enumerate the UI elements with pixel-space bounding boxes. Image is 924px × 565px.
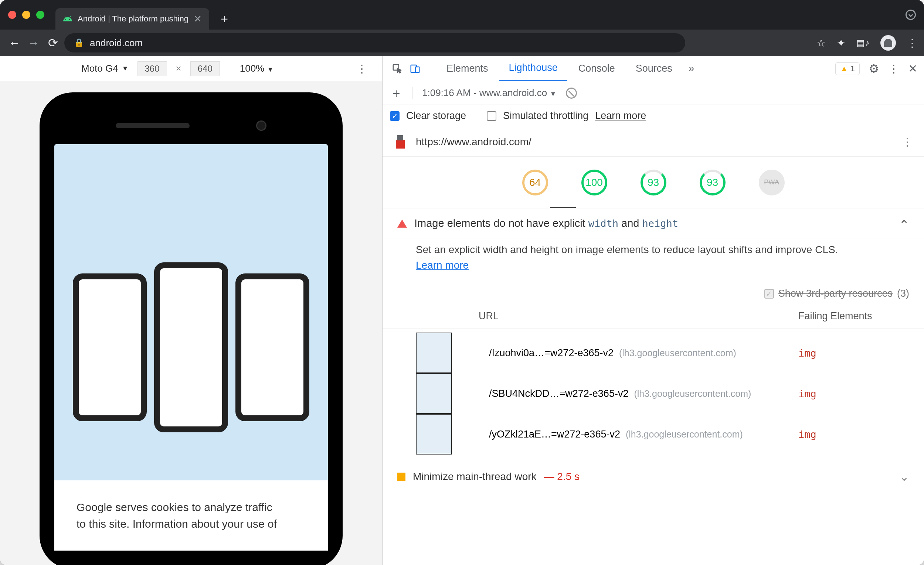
- clear-report-icon[interactable]: [566, 88, 577, 99]
- column-url: URL: [478, 310, 798, 322]
- chevron-up-icon[interactable]: ⌃: [899, 217, 909, 232]
- thumbnail: [416, 333, 452, 373]
- lock-icon: 🔒: [74, 38, 84, 48]
- warnings-badge[interactable]: ▲ 1: [835, 63, 860, 75]
- score-accessibility[interactable]: 100: [581, 169, 607, 195]
- back-button[interactable]: ←: [7, 36, 22, 50]
- device-selector[interactable]: Moto G4 ▼: [81, 63, 129, 74]
- score-performance[interactable]: 64: [522, 169, 548, 195]
- bookmark-star-icon[interactable]: ☆: [816, 37, 826, 49]
- thumbnail: [416, 373, 452, 414]
- window-titlebar: Android | The platform pushing ✕ ＋: [0, 0, 924, 30]
- divider: [430, 63, 430, 75]
- score-best-practices[interactable]: 93: [640, 169, 666, 195]
- warning-icon: ▲: [840, 64, 848, 73]
- simulated-throttling-label: Simulated throttling: [503, 110, 588, 121]
- table-row: /Izuohvi0a…=w272-e365-v2 (lh3.googleuser…: [489, 333, 909, 373]
- score-pwa[interactable]: PWA: [759, 169, 784, 195]
- more-tabs-icon[interactable]: »: [683, 61, 700, 77]
- extensions-icon[interactable]: ✦: [837, 37, 845, 49]
- window-minimize-button[interactable]: [22, 11, 30, 19]
- url-field[interactable]: 🔒 android.com: [64, 33, 685, 52]
- lighthouse-url-row: https://www.android.com/ ⋮: [382, 127, 924, 157]
- chevron-down-circle-icon[interactable]: [906, 10, 916, 20]
- new-tab-button[interactable]: ＋: [218, 11, 230, 27]
- traffic-lights: [8, 11, 44, 19]
- devtools-menu-icon[interactable]: ⋮: [888, 62, 899, 75]
- audit-title: Image elements do not have explicit widt…: [414, 217, 891, 229]
- caret-down-icon: ▼: [550, 90, 556, 97]
- tab-lighthouse[interactable]: Lighthouse: [500, 56, 567, 81]
- audit-row-collapsed[interactable]: Minimize main-thread work — 2.5 s ⌄: [382, 460, 924, 493]
- new-report-button[interactable]: ＋: [390, 85, 402, 102]
- tab-sources[interactable]: Sources: [626, 56, 682, 81]
- score-seo[interactable]: 93: [700, 169, 726, 195]
- caret-down-icon: ▼: [267, 66, 273, 73]
- lighthouse-toolbar: ＋ 1:09:16 AM - www.android.co ▼: [382, 81, 924, 105]
- third-party-label: Show 3rd-party resources: [778, 288, 892, 299]
- devtools-tabbar: Elements Lighthouse Console Sources » ▲ …: [382, 56, 924, 81]
- window-maximize-button[interactable]: [36, 11, 44, 19]
- fail-triangle-icon: [398, 219, 407, 228]
- chevron-down-icon: ⌄: [899, 470, 909, 484]
- reload-button[interactable]: ⟳: [45, 36, 61, 50]
- browser-tab[interactable]: Android | The platform pushing ✕: [56, 8, 209, 30]
- audited-url: https://www.android.com/: [416, 136, 531, 148]
- learn-more-link[interactable]: Learn more: [595, 110, 646, 121]
- table-row: /yOZkl21aE…=w272-e365-v2 (lh3.googleuser…: [489, 414, 909, 454]
- column-failing: Failing Elements: [798, 310, 909, 322]
- viewport-height-input[interactable]: [190, 61, 220, 76]
- tab-title: Android | The platform pushing: [78, 14, 189, 24]
- profile-avatar[interactable]: [880, 35, 896, 51]
- report-selector[interactable]: 1:09:16 AM - www.android.co ▼: [422, 87, 556, 99]
- third-party-checkbox[interactable]: ✓: [764, 289, 774, 298]
- lighthouse-icon: [394, 135, 407, 148]
- phone-speaker: [116, 123, 190, 128]
- lighthouse-options: ✓ Clear storage ✓ Simulated throttling L…: [382, 105, 924, 127]
- tab-elements[interactable]: Elements: [437, 56, 498, 81]
- devtools-close-icon[interactable]: ✕: [908, 62, 917, 75]
- chrome-menu-icon[interactable]: ⋮: [907, 37, 917, 49]
- score-gauges: 64 100 93 93 PWA: [382, 157, 924, 208]
- screenshot-card: [73, 273, 147, 421]
- url-text: android.com: [90, 37, 142, 49]
- forward-button[interactable]: →: [26, 36, 41, 50]
- table-row: /SBU4NckDD…=w272-e365-v2 (lh3.googleuser…: [489, 373, 909, 414]
- screenshot-card: [154, 262, 228, 432]
- svg-rect-2: [416, 67, 419, 72]
- third-party-toggle: ✓ Show 3rd-party resources (3): [382, 283, 924, 302]
- dimension-x: ×: [176, 63, 182, 74]
- audit-table-body: /Izuohvi0a…=w272-e365-v2 (lh3.googleuser…: [382, 329, 924, 460]
- tab-console[interactable]: Console: [569, 56, 625, 81]
- device-toolbar-more-icon[interactable]: ⋮: [356, 62, 368, 75]
- tab-close-icon[interactable]: ✕: [194, 13, 202, 25]
- media-control-icon[interactable]: ▤♪: [856, 38, 869, 48]
- caret-down-icon: ▼: [122, 64, 129, 72]
- inspect-icon[interactable]: [389, 61, 405, 77]
- simulated-throttling-checkbox[interactable]: ✓: [487, 111, 496, 121]
- audit-header[interactable]: Image elements do not have explicit widt…: [382, 208, 924, 238]
- device-toggle-icon[interactable]: [407, 61, 423, 77]
- phone-camera: [256, 120, 267, 131]
- phone-screen[interactable]: Google serves cookies to analyze traffic…: [54, 144, 328, 551]
- audit-next-metric: — 2.5 s: [544, 471, 579, 483]
- viewport-width-input[interactable]: [138, 61, 167, 76]
- audit-table-header: URL Failing Elements: [382, 302, 924, 329]
- audit-description: Set an explicit width and height on imag…: [382, 238, 924, 283]
- report-menu-icon[interactable]: ⋮: [902, 135, 913, 148]
- android-icon: [63, 14, 72, 24]
- device-preview: Google serves cookies to analyze traffic…: [0, 81, 382, 565]
- phone-frame: Google serves cookies to analyze traffic…: [39, 92, 343, 565]
- settings-gear-icon[interactable]: ⚙: [868, 62, 879, 76]
- device-toolbar: Moto G4 ▼ × 100% ▼ ⋮: [0, 56, 382, 81]
- warn-square-icon: [398, 473, 405, 481]
- third-party-count: (3): [897, 288, 909, 299]
- thumbnail: [416, 414, 452, 454]
- address-bar: ← → ⟳ 🔒 android.com ☆ ✦ ▤♪ ⋮: [0, 30, 924, 56]
- window-close-button[interactable]: [8, 11, 16, 19]
- screenshot-card: [236, 273, 309, 421]
- zoom-selector[interactable]: 100% ▼: [240, 63, 274, 74]
- audit-next-title: Minimize main-thread work: [413, 471, 537, 483]
- clear-storage-checkbox[interactable]: ✓: [390, 111, 399, 121]
- learn-more-link[interactable]: Learn more: [416, 259, 469, 271]
